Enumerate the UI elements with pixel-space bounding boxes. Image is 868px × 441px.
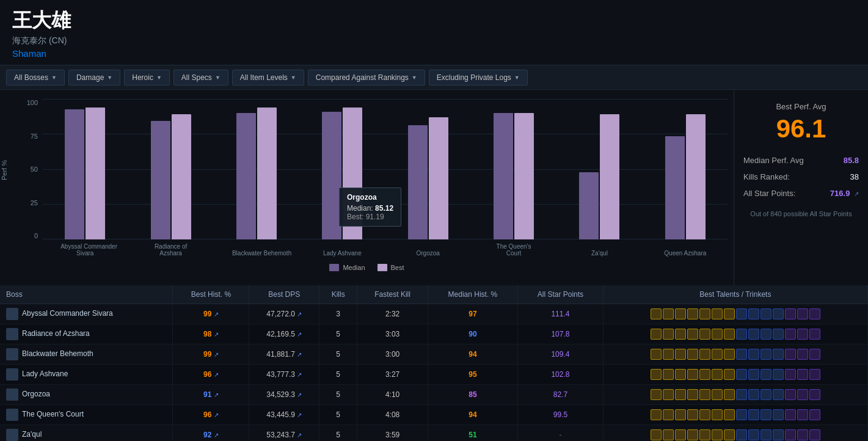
- talent-icon-5-7[interactable]: [736, 409, 747, 420]
- excluding-private-button[interactable]: Excluding Private Logs ▼: [429, 70, 528, 86]
- talent-icon-5-13[interactable]: [809, 409, 820, 420]
- talent-icon-3-4[interactable]: [699, 369, 710, 380]
- talent-icon-1-7[interactable]: [736, 329, 747, 340]
- boss-name-4[interactable]: Orgozoa: [22, 390, 50, 398]
- talent-icon-3-6[interactable]: [724, 369, 735, 380]
- talent-icon-4-5[interactable]: [712, 389, 723, 400]
- talent-icon-4-6[interactable]: [724, 389, 735, 400]
- talent-icon-4-11[interactable]: [785, 389, 796, 400]
- talent-icon-3-8[interactable]: [748, 369, 759, 380]
- talent-icon-6-6[interactable]: [724, 429, 735, 440]
- rank-icon-best-5[interactable]: ↗: [214, 412, 219, 418]
- boss-name-5[interactable]: The Queen's Court: [22, 410, 84, 418]
- talent-icon-6-9[interactable]: [760, 429, 771, 440]
- bar-group-3[interactable]: Lady Ashvane: [300, 99, 384, 239]
- talent-icon-5-9[interactable]: [760, 409, 771, 420]
- talent-icon-0-1[interactable]: [663, 308, 674, 319]
- talent-icon-1-4[interactable]: [699, 329, 710, 340]
- talent-icon-4-1[interactable]: [663, 389, 674, 400]
- bar-group-1[interactable]: Radiance ofAzshara: [128, 99, 213, 239]
- talent-icon-1-1[interactable]: [663, 329, 674, 340]
- talent-icon-3-7[interactable]: [736, 369, 747, 380]
- talent-icon-6-0[interactable]: [651, 429, 662, 440]
- talent-icon-0-9[interactable]: [760, 308, 771, 319]
- talent-icon-4-8[interactable]: [748, 389, 759, 400]
- talent-icon-6-12[interactable]: [797, 429, 808, 440]
- talent-icon-0-11[interactable]: [785, 308, 796, 319]
- talent-icon-3-3[interactable]: [687, 369, 698, 380]
- talent-icon-6-2[interactable]: [675, 429, 686, 440]
- rank-icon-dps-2[interactable]: ↗: [297, 351, 302, 358]
- talent-icon-1-11[interactable]: [785, 329, 796, 340]
- talent-icon-0-8[interactable]: [748, 308, 759, 319]
- talent-icon-5-5[interactable]: [712, 409, 723, 420]
- talent-icon-3-11[interactable]: [785, 369, 796, 380]
- talent-icon-4-4[interactable]: [699, 389, 710, 400]
- talent-icon-4-12[interactable]: [797, 389, 808, 400]
- talent-icon-6-4[interactable]: [699, 429, 710, 440]
- rank-icon-dps-4[interactable]: ↗: [297, 392, 302, 398]
- talent-icon-5-2[interactable]: [675, 409, 686, 420]
- talent-icon-3-10[interactable]: [773, 369, 784, 380]
- boss-name-2[interactable]: Blackwater Behemoth: [22, 349, 93, 358]
- talent-icon-2-3[interactable]: [687, 349, 698, 360]
- talent-icon-2-10[interactable]: [773, 349, 784, 360]
- talent-icon-0-4[interactable]: [699, 308, 710, 319]
- talent-icon-3-0[interactable]: [651, 369, 662, 380]
- talent-icon-5-12[interactable]: [797, 409, 808, 420]
- talent-icon-4-3[interactable]: [687, 389, 698, 400]
- talent-icon-4-13[interactable]: [809, 389, 820, 400]
- talent-icon-2-12[interactable]: [797, 349, 808, 360]
- talent-icon-3-5[interactable]: [712, 369, 723, 380]
- talent-icon-6-8[interactable]: [748, 429, 759, 440]
- rank-icon-dps-5[interactable]: ↗: [297, 412, 302, 418]
- talent-icon-1-3[interactable]: [687, 329, 698, 340]
- talent-icon-6-5[interactable]: [712, 429, 723, 440]
- talent-icon-3-2[interactable]: [675, 369, 686, 380]
- talent-icon-1-6[interactable]: [724, 329, 735, 340]
- talent-icon-2-0[interactable]: [651, 349, 662, 360]
- talent-icon-2-1[interactable]: [663, 349, 674, 360]
- talent-icon-6-1[interactable]: [663, 429, 674, 440]
- talent-icon-5-1[interactable]: [663, 409, 674, 420]
- talent-icon-5-8[interactable]: [748, 409, 759, 420]
- talent-icon-1-10[interactable]: [773, 329, 784, 340]
- rank-icon-dps-6[interactable]: ↗: [297, 432, 302, 439]
- all-bosses-button[interactable]: All Bosses ▼: [6, 70, 65, 86]
- rank-icon-best-4[interactable]: ↗: [214, 392, 219, 398]
- talent-icon-3-9[interactable]: [760, 369, 771, 380]
- talent-icon-1-9[interactable]: [760, 329, 771, 340]
- talent-icon-0-12[interactable]: [797, 308, 808, 319]
- talent-icon-0-2[interactable]: [675, 308, 686, 319]
- talent-icon-2-8[interactable]: [748, 349, 759, 360]
- talent-icon-2-6[interactable]: [724, 349, 735, 360]
- talent-icon-3-12[interactable]: [797, 369, 808, 380]
- talent-icon-6-3[interactable]: [687, 429, 698, 440]
- talent-icon-5-0[interactable]: [651, 409, 662, 420]
- rank-icon-dps-1[interactable]: ↗: [297, 331, 302, 338]
- talent-icon-3-13[interactable]: [809, 369, 820, 380]
- rank-icon-best-2[interactable]: ↗: [214, 351, 219, 358]
- talent-icon-1-12[interactable]: [797, 329, 808, 340]
- heroic-button[interactable]: Heroic ▼: [124, 70, 170, 86]
- all-star-link-icon[interactable]: ↗: [854, 191, 859, 197]
- rank-icon-dps-0[interactable]: ↗: [297, 311, 302, 318]
- talent-icon-6-7[interactable]: [736, 429, 747, 440]
- bar-group-5[interactable]: The Queen'sCourt: [472, 99, 556, 239]
- talent-icon-5-3[interactable]: [687, 409, 698, 420]
- talent-icon-6-11[interactable]: [785, 429, 796, 440]
- talent-icon-4-2[interactable]: [675, 389, 686, 400]
- talent-icon-4-10[interactable]: [773, 389, 784, 400]
- rank-icon-best-3[interactable]: ↗: [214, 371, 219, 378]
- talent-icon-0-13[interactable]: [809, 308, 820, 319]
- bar-group-6[interactable]: Za'qul: [557, 99, 641, 239]
- talent-icon-5-10[interactable]: [773, 409, 784, 420]
- talent-icon-0-7[interactable]: [736, 308, 747, 319]
- talent-icon-0-6[interactable]: [724, 308, 735, 319]
- talent-icon-2-7[interactable]: [736, 349, 747, 360]
- rank-icon-best-0[interactable]: ↗: [214, 311, 219, 318]
- compared-against-button[interactable]: Compared Against Rankings ▼: [308, 70, 425, 86]
- talent-icon-1-8[interactable]: [748, 329, 759, 340]
- boss-name-1[interactable]: Radiance of Azshara: [22, 329, 90, 338]
- boss-name-0[interactable]: Abyssal Commander Sivara: [22, 309, 113, 318]
